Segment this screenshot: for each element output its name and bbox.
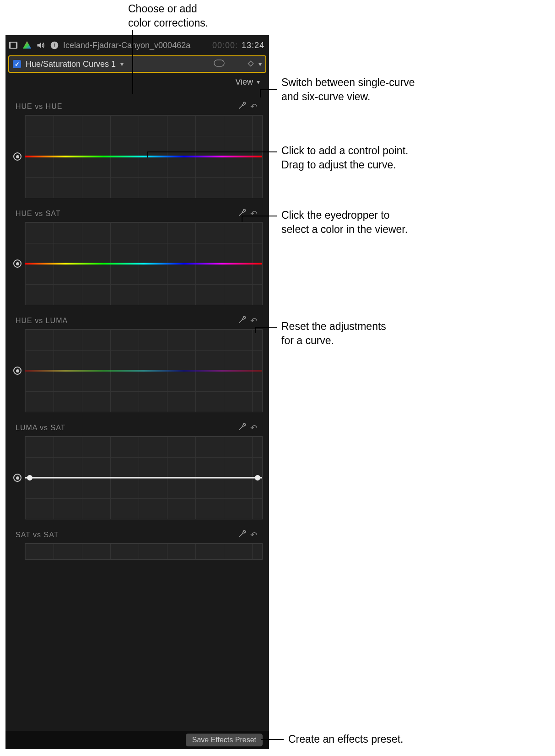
eyedropper-icon[interactable] xyxy=(236,315,248,326)
annotation-leader xyxy=(242,216,277,216)
reset-arrow-icon[interactable]: ↶ xyxy=(248,209,260,219)
color-icon[interactable] xyxy=(22,40,32,50)
curve-block-luma-vs-sat: LUMA vs SAT ↶ xyxy=(12,422,263,519)
curve-line[interactable] xyxy=(25,370,262,372)
svg-rect-2 xyxy=(16,42,17,48)
curve-drag-handle[interactable] xyxy=(13,474,22,482)
reset-arrow-icon[interactable]: ↶ xyxy=(248,423,260,433)
curve-title: LUMA vs SAT xyxy=(16,424,236,432)
annotation-leader xyxy=(147,151,148,157)
annotation-choose-corrections: Choose or add color corrections. xyxy=(128,2,208,30)
curve-line[interactable] xyxy=(25,156,262,157)
curve-canvas[interactable] xyxy=(25,222,263,305)
chevron-down-icon[interactable]: ▾ xyxy=(120,60,124,68)
inspector-footer: Save Effects Preset xyxy=(5,731,269,749)
curve-drag-handle[interactable] xyxy=(13,367,22,375)
curve-block-hue-vs-sat: HUE vs SAT ↶ xyxy=(12,208,263,305)
timecode-prefix: 00:00: xyxy=(212,41,238,50)
annotation-leader xyxy=(260,89,261,97)
view-menu-row: View ▾ xyxy=(5,73,269,91)
curve-drag-handle[interactable] xyxy=(13,152,22,161)
correction-selector-row: ✓ Hue/Saturation Curves 1 ▾ ▾ xyxy=(8,55,266,73)
annotation-leader xyxy=(255,327,256,333)
curve-endpoint-left[interactable] xyxy=(27,475,32,481)
svg-rect-8 xyxy=(248,61,253,66)
svg-text:i: i xyxy=(54,42,55,49)
volume-icon[interactable] xyxy=(36,40,46,50)
reset-arrow-icon[interactable]: ↶ xyxy=(248,530,260,540)
curve-drag-handle[interactable] xyxy=(13,259,22,268)
curve-line[interactable] xyxy=(25,477,262,479)
curve-title: SAT vs SAT xyxy=(16,531,236,539)
curve-title: HUE vs SAT xyxy=(16,210,236,218)
annotation-leader xyxy=(242,216,242,222)
enable-checkbox[interactable]: ✓ xyxy=(13,60,21,68)
svg-rect-1 xyxy=(10,42,11,48)
eyedropper-icon[interactable] xyxy=(236,422,248,433)
eyedropper-icon[interactable] xyxy=(236,101,248,112)
annotation-reset: Reset the adjustments for a curve. xyxy=(281,319,386,348)
annotation-leader xyxy=(132,30,133,94)
curve-title: HUE vs LUMA xyxy=(16,317,236,325)
save-effects-preset-button[interactable]: Save Effects Preset xyxy=(186,734,263,746)
annotation-leader xyxy=(147,151,277,152)
clip-name: Iceland-Fjadrar-Canyon_v000462a xyxy=(63,41,209,50)
eyedropper-icon[interactable] xyxy=(236,529,248,540)
curve-block-sat-vs-sat: SAT vs SAT ↶ xyxy=(12,529,263,560)
annotation-leader xyxy=(261,739,284,740)
annotation-curve: Click to add a control point. Drag to ad… xyxy=(281,144,408,172)
keyframe-diamond-icon[interactable] xyxy=(248,59,254,69)
color-inspector-panel: i Iceland-Fjadrar-Canyon_v000462a 00:00:… xyxy=(5,35,269,749)
annotation-eyedropper: Click the eyedropper to select a color i… xyxy=(281,208,408,237)
view-menu-label[interactable]: View xyxy=(235,77,253,87)
curve-endpoint-right[interactable] xyxy=(255,475,260,481)
film-icon[interactable] xyxy=(8,40,18,50)
curve-canvas[interactable] xyxy=(25,543,263,560)
annotation-leader xyxy=(255,327,277,328)
keyframe-chevron-icon[interactable]: ▾ xyxy=(259,60,262,68)
svg-marker-3 xyxy=(23,41,31,49)
annotation-view: Switch between single-curve and six-curv… xyxy=(281,76,415,104)
svg-marker-4 xyxy=(38,42,41,48)
view-chevron-icon[interactable]: ▾ xyxy=(257,78,260,86)
svg-rect-7 xyxy=(214,60,224,66)
curve-block-hue-vs-hue: HUE vs HUE ↶ xyxy=(12,101,263,198)
curve-canvas[interactable] xyxy=(25,436,263,519)
curve-canvas[interactable] xyxy=(25,115,263,198)
annotation-leader xyxy=(260,89,277,90)
annotation-preset: Create an effects preset. xyxy=(288,732,403,746)
curve-canvas[interactable] xyxy=(25,329,263,412)
curve-title: HUE vs HUE xyxy=(16,103,236,111)
curve-line[interactable] xyxy=(25,263,262,265)
info-icon[interactable]: i xyxy=(49,40,59,50)
curves-area: HUE vs HUE ↶ HUE vs SAT ↶ xyxy=(5,101,269,560)
reset-arrow-icon[interactable]: ↶ xyxy=(248,316,260,326)
inspector-top-bar: i Iceland-Fjadrar-Canyon_v000462a 00:00:… xyxy=(5,35,269,55)
timecode: 13:24 xyxy=(242,41,264,50)
correction-name[interactable]: Hue/Saturation Curves 1 xyxy=(26,59,116,69)
reset-arrow-icon[interactable]: ↶ xyxy=(248,102,260,112)
mask-icon[interactable] xyxy=(214,59,225,69)
curve-block-hue-vs-luma: HUE vs LUMA ↶ xyxy=(12,315,263,412)
